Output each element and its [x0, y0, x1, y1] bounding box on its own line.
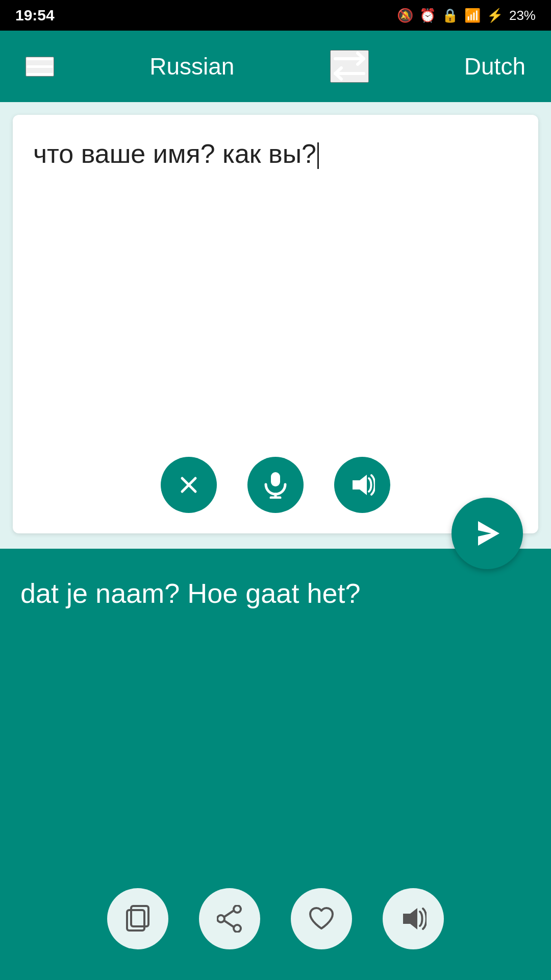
- send-translation-button[interactable]: [452, 498, 523, 569]
- lock-icon: 🔒: [442, 8, 458, 23]
- menu-line-1: [27, 58, 53, 60]
- input-area: что ваше имя? как вы?: [13, 115, 538, 533]
- svg-point-10: [217, 915, 224, 922]
- main-content: что ваше имя? как вы?: [0, 102, 551, 980]
- bell-muted-icon: 🔕: [397, 8, 413, 23]
- microphone-button[interactable]: [247, 457, 304, 513]
- svg-marker-6: [478, 521, 499, 546]
- svg-marker-14: [403, 908, 417, 929]
- speak-source-button[interactable]: [334, 457, 390, 513]
- signal-icon: 📶: [464, 8, 481, 23]
- menu-line-3: [27, 73, 53, 76]
- source-text-input[interactable]: что ваше имя? как вы?: [33, 135, 518, 457]
- menu-button[interactable]: [26, 57, 54, 77]
- status-icons: 🔕 ⏰ 🔒 📶 ⚡ 23%: [397, 8, 536, 23]
- output-area: dat je naam? Hoe gaat het?: [0, 549, 551, 980]
- source-text-value: что ваше имя? как вы?: [33, 139, 316, 168]
- target-language-label[interactable]: Dutch: [464, 53, 525, 80]
- svg-line-13: [224, 921, 234, 927]
- status-bar: 19:54 🔕 ⏰ 🔒 📶 ⚡ 23%: [0, 0, 551, 31]
- clear-button[interactable]: [161, 457, 217, 513]
- output-action-buttons: [20, 888, 531, 960]
- copy-button[interactable]: [107, 888, 168, 949]
- swap-languages-button[interactable]: [330, 50, 369, 83]
- text-cursor: [317, 142, 319, 169]
- toolbar: Russian Dutch: [0, 31, 551, 102]
- battery-percent: 23%: [509, 8, 536, 23]
- svg-marker-5: [353, 475, 367, 495]
- svg-point-11: [234, 925, 241, 932]
- svg-rect-2: [271, 472, 280, 486]
- share-button[interactable]: [199, 888, 260, 949]
- svg-point-9: [234, 905, 241, 913]
- svg-line-12: [224, 911, 234, 917]
- alarm-icon: ⏰: [419, 8, 436, 23]
- speak-translation-button[interactable]: [383, 888, 444, 949]
- input-action-buttons: [33, 457, 518, 518]
- battery-icon: ⚡: [487, 8, 503, 23]
- translated-text: dat je naam? Hoe gaat het?: [20, 574, 531, 888]
- status-time: 19:54: [15, 7, 55, 24]
- menu-line-2: [27, 65, 53, 68]
- favorite-button[interactable]: [291, 888, 352, 949]
- source-language-label[interactable]: Russian: [149, 53, 234, 80]
